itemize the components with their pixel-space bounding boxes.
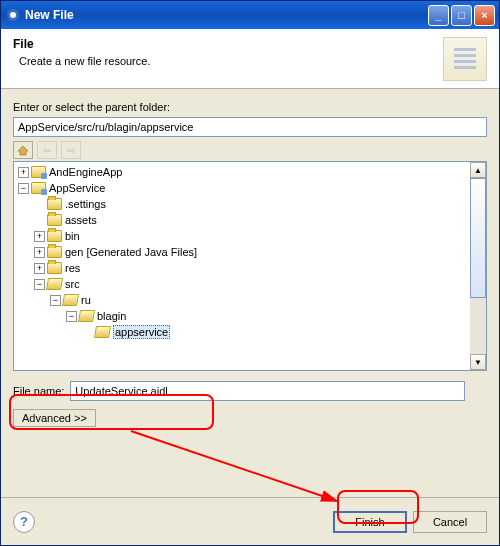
project-icon — [31, 182, 46, 194]
minimize-button[interactable]: _ — [428, 5, 449, 26]
tree-item[interactable]: −blagin — [16, 308, 468, 324]
maximize-button[interactable]: □ — [451, 5, 472, 26]
expand-icon[interactable]: + — [34, 263, 45, 274]
home-button[interactable] — [13, 141, 33, 159]
cancel-button[interactable]: Cancel — [413, 511, 487, 533]
tree-item[interactable]: +AndEngineApp — [16, 164, 468, 180]
tree-item[interactable]: appservice — [16, 324, 468, 340]
collapse-icon[interactable]: − — [66, 311, 77, 322]
expander-spacer — [34, 199, 45, 210]
parent-folder-input[interactable] — [13, 117, 487, 137]
scroll-down-button[interactable]: ▼ — [470, 354, 486, 370]
folder-open-icon — [62, 294, 79, 306]
expander-spacer — [82, 327, 93, 338]
tree-item-label: gen [Generated Java Files] — [65, 246, 197, 258]
file-icon — [443, 37, 487, 81]
svg-point-1 — [10, 12, 16, 18]
tree-item-label: appservice — [113, 325, 170, 339]
collapse-icon[interactable]: − — [34, 279, 45, 290]
folder-tree[interactable]: +AndEngineApp−AppService.settingsassets+… — [14, 162, 470, 370]
back-button[interactable]: ⇦ — [37, 141, 57, 159]
tree-item[interactable]: +res — [16, 260, 468, 276]
tree-item[interactable]: +gen [Generated Java Files] — [16, 244, 468, 260]
folder-icon — [47, 262, 62, 274]
tree-item[interactable]: −AppService — [16, 180, 468, 196]
app-icon — [5, 7, 21, 23]
banner-title: File — [13, 37, 443, 51]
banner: File Create a new file resource. — [1, 29, 499, 89]
collapse-icon[interactable]: − — [18, 183, 29, 194]
titlebar: New File _ □ × — [1, 1, 499, 29]
filename-label: File name: — [13, 385, 64, 397]
tree-item-label: ru — [81, 294, 91, 306]
tree-item[interactable]: assets — [16, 212, 468, 228]
parent-folder-label: Enter or select the parent folder: — [13, 101, 487, 113]
expand-icon[interactable]: + — [34, 231, 45, 242]
expander-spacer — [34, 215, 45, 226]
window-title: New File — [25, 8, 428, 22]
tree-item-label: src — [65, 278, 80, 290]
tree-item-label: bin — [65, 230, 80, 242]
tree-scrollbar[interactable]: ▲ ▼ — [470, 162, 486, 370]
scroll-thumb[interactable] — [470, 178, 486, 298]
filename-input[interactable] — [70, 381, 465, 401]
project-icon — [31, 166, 46, 178]
tree-item[interactable]: .settings — [16, 196, 468, 212]
tree-item[interactable]: −ru — [16, 292, 468, 308]
folder-icon — [47, 230, 62, 242]
tree-item-label: AndEngineApp — [49, 166, 122, 178]
tree-item-label: .settings — [65, 198, 106, 210]
tree-item[interactable]: −src — [16, 276, 468, 292]
tree-item-label: assets — [65, 214, 97, 226]
folder-icon — [47, 198, 62, 210]
tree-item[interactable]: +bin — [16, 228, 468, 244]
advanced-button[interactable]: Advanced >> — [13, 409, 96, 427]
svg-line-2 — [131, 431, 337, 501]
help-button[interactable]: ? — [13, 511, 35, 533]
tree-item-label: res — [65, 262, 80, 274]
collapse-icon[interactable]: − — [50, 295, 61, 306]
finish-button[interactable]: Finish — [333, 511, 407, 533]
scroll-up-button[interactable]: ▲ — [470, 162, 486, 178]
forward-button[interactable]: ⇨ — [61, 141, 81, 159]
folder-icon — [47, 214, 62, 226]
folder-open-icon — [46, 278, 63, 290]
expand-icon[interactable]: + — [18, 167, 29, 178]
folder-open-icon — [94, 326, 111, 338]
folder-open-icon — [78, 310, 95, 322]
expand-icon[interactable]: + — [34, 247, 45, 258]
folder-icon — [47, 246, 62, 258]
close-button[interactable]: × — [474, 5, 495, 26]
tree-item-label: blagin — [97, 310, 126, 322]
banner-desc: Create a new file resource. — [19, 55, 443, 67]
tree-item-label: AppService — [49, 182, 105, 194]
